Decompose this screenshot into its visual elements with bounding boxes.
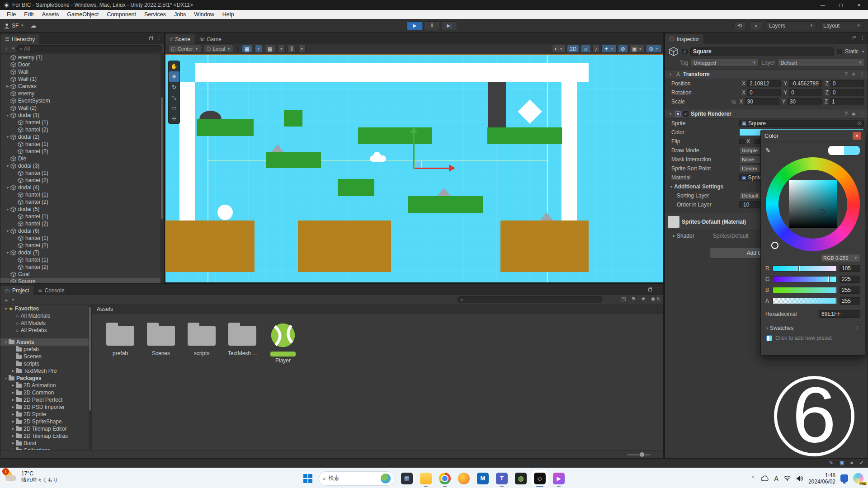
inspector-lock-icon[interactable] bbox=[853, 37, 856, 40]
rotate-tool[interactable]: ↻ bbox=[169, 82, 179, 92]
project-tree-item[interactable]: ▶2D Tilemap Extras bbox=[0, 432, 91, 440]
object-name-field[interactable]: Square bbox=[690, 47, 834, 56]
eyedropper-icon[interactable]: ✎ bbox=[765, 147, 771, 154]
tool-handle-pivot-dropdown[interactable]: ◱ Center ▼ bbox=[168, 45, 201, 53]
play-button[interactable]: ▶ bbox=[407, 21, 423, 30]
lighting-toggle[interactable]: ☼ bbox=[580, 45, 591, 53]
gizmo-y-axis[interactable] bbox=[413, 132, 415, 169]
lock-icon[interactable] bbox=[149, 37, 153, 40]
expander-icon[interactable]: ▼ bbox=[3, 377, 9, 380]
progress-check-icon[interactable]: ✔ bbox=[859, 460, 863, 466]
package-icon[interactable]: ▣ bbox=[840, 460, 844, 466]
expander-icon[interactable]: ▼ bbox=[5, 136, 10, 139]
project-tree-item[interactable]: ▶2D PSD Importer bbox=[0, 404, 91, 411]
undo-history-button[interactable]: ⟲ bbox=[733, 21, 746, 30]
channel-slider-handle[interactable] bbox=[828, 276, 830, 282]
color-mode-dropdown[interactable]: RGB 0-255▼ bbox=[821, 254, 860, 262]
pause-button[interactable]: ‖ bbox=[424, 21, 440, 30]
menu-item-assets[interactable]: Assets bbox=[38, 10, 63, 19]
taskbar-search-input[interactable]: ⌕ 検索 bbox=[319, 471, 395, 486]
hierarchy-item[interactable]: hantei (1) bbox=[0, 191, 160, 198]
new-preset-swatch[interactable] bbox=[766, 335, 772, 341]
menu-item-window[interactable]: Window bbox=[190, 10, 218, 19]
hierarchy-item[interactable]: hantei (1) bbox=[0, 119, 160, 126]
rect-tool[interactable]: ▭ bbox=[169, 103, 179, 113]
project-tree-item[interactable]: ▶2D Tilemap Editor bbox=[0, 425, 91, 432]
channel-slider[interactable] bbox=[773, 276, 837, 282]
project-create-dropdown-icon[interactable]: ▼ bbox=[11, 298, 15, 302]
menu-item-file[interactable]: File bbox=[3, 10, 20, 19]
hierarchy-item[interactable]: ▼dodai (3) bbox=[0, 162, 160, 169]
minimize-button[interactable]: — bbox=[814, 0, 832, 10]
hierarchy-item[interactable]: Door bbox=[0, 61, 160, 68]
swatches-kebab-icon[interactable]: ⋮ bbox=[855, 325, 860, 331]
expander-icon[interactable]: ▼ bbox=[5, 114, 10, 117]
expander-icon[interactable]: ▶ bbox=[5, 84, 10, 88]
expander-icon[interactable]: ▶ bbox=[10, 434, 16, 438]
hierarchy-item[interactable]: hantei (2) bbox=[0, 198, 160, 206]
step-button[interactable]: ▶| bbox=[441, 21, 458, 30]
gizmo-plane-handle[interactable] bbox=[415, 161, 422, 168]
transform-field[interactable]: 0 bbox=[747, 89, 781, 96]
hierarchy-item[interactable]: hantei (1) bbox=[0, 141, 160, 148]
project-tree-item[interactable]: ▼Packages bbox=[0, 375, 91, 382]
hierarchy-item[interactable]: Square bbox=[0, 278, 160, 283]
onedrive-icon[interactable] bbox=[760, 475, 769, 482]
project-tree-item[interactable]: ▶2D Pixel Perfect bbox=[0, 396, 91, 404]
menu-item-gameobject[interactable]: GameObject bbox=[63, 10, 103, 19]
taskbar-app-clipchamp[interactable]: ▶ bbox=[553, 473, 565, 484]
hierarchy-item[interactable]: Wall (2) bbox=[0, 104, 160, 112]
expander-icon[interactable]: ▼ bbox=[5, 186, 10, 189]
taskbar-app-photos[interactable]: ▦ bbox=[401, 473, 413, 484]
assets-breadcrumb[interactable]: Assets bbox=[92, 304, 663, 314]
transform-kebab-icon[interactable]: ⋮ bbox=[859, 71, 865, 77]
hierarchy-item[interactable]: hantei (1) bbox=[0, 256, 160, 263]
search-button[interactable]: ⌕ bbox=[750, 21, 762, 30]
hierarchy-item[interactable]: Wall (1) bbox=[0, 75, 160, 83]
taskbar-app-teams[interactable]: T bbox=[496, 473, 508, 484]
transform-field[interactable]: 2.10812 bbox=[747, 80, 781, 87]
scene-viewport[interactable]: ✋ ✥ ↻ ⤡ ▭ ⊹ bbox=[165, 54, 663, 282]
flip-y-checkbox[interactable] bbox=[755, 139, 760, 144]
thumbnail-size-slider[interactable] bbox=[627, 454, 651, 455]
asset-item[interactable]: prefab bbox=[103, 319, 137, 364]
collab-icon[interactable]: ✎ bbox=[829, 460, 833, 466]
swatches-foldout-icon[interactable]: ▼ bbox=[764, 327, 770, 330]
tag-dropdown[interactable]: Untagged▼ bbox=[691, 59, 759, 66]
help-icon[interactable]: ? bbox=[844, 111, 848, 117]
project-lock-icon[interactable] bbox=[648, 288, 652, 291]
move-tool[interactable]: ✥ bbox=[169, 71, 179, 82]
color-wheel[interactable] bbox=[766, 157, 860, 251]
transform-field[interactable]: 0 bbox=[830, 89, 864, 96]
expander-icon[interactable]: ▼ bbox=[3, 307, 9, 310]
shading-mode-dropdown[interactable]: ◐ ▼ bbox=[552, 45, 566, 53]
expander-icon[interactable]: ▶ bbox=[10, 391, 16, 394]
gizmo-x-axis[interactable] bbox=[415, 168, 449, 169]
hierarchy-item[interactable]: Wall bbox=[0, 68, 160, 75]
hue-ring-selector[interactable] bbox=[771, 242, 778, 249]
notification-icon[interactable]: ⏺ bbox=[850, 460, 853, 466]
hidden-packages-count[interactable]: ◉ 5 bbox=[651, 296, 660, 302]
channel-value-field[interactable]: 105 bbox=[840, 265, 860, 272]
2d-toggle[interactable]: 2D bbox=[567, 45, 579, 53]
asset-item[interactable]: scripts bbox=[184, 319, 219, 364]
menu-item-component[interactable]: Component bbox=[103, 10, 140, 19]
tab-hierarchy[interactable]: ☰ Hierarchy bbox=[0, 34, 39, 44]
layer-dropdown[interactable]: Default▼ bbox=[778, 59, 865, 66]
static-dropdown-icon[interactable]: ▼ bbox=[861, 50, 865, 54]
audio-mute-toggle[interactable]: ♪ bbox=[592, 45, 600, 53]
hierarchy-item[interactable]: EventSystem bbox=[0, 97, 160, 104]
tray-overflow-chevron[interactable]: ⌃ bbox=[751, 475, 755, 482]
taskbar-app-unity[interactable]: ◇ bbox=[534, 473, 546, 484]
start-button[interactable] bbox=[303, 474, 312, 483]
taskbar-clock[interactable]: 1:48 2024/06/02 bbox=[808, 472, 835, 485]
foldout-icon[interactable]: ▼ bbox=[668, 113, 673, 116]
taskbar-app-edge[interactable] bbox=[458, 473, 470, 484]
project-tree-item[interactable]: ⌕All Models bbox=[0, 319, 91, 327]
help-icon[interactable]: ? bbox=[844, 71, 848, 77]
transform-field[interactable]: 0 bbox=[789, 89, 822, 96]
saturation-selector[interactable] bbox=[820, 209, 825, 214]
menu-item-help[interactable]: Help bbox=[218, 10, 238, 19]
hidden-objects-toggle[interactable]: ⊘ bbox=[618, 45, 628, 53]
transform-field[interactable]: 30 bbox=[745, 98, 779, 105]
